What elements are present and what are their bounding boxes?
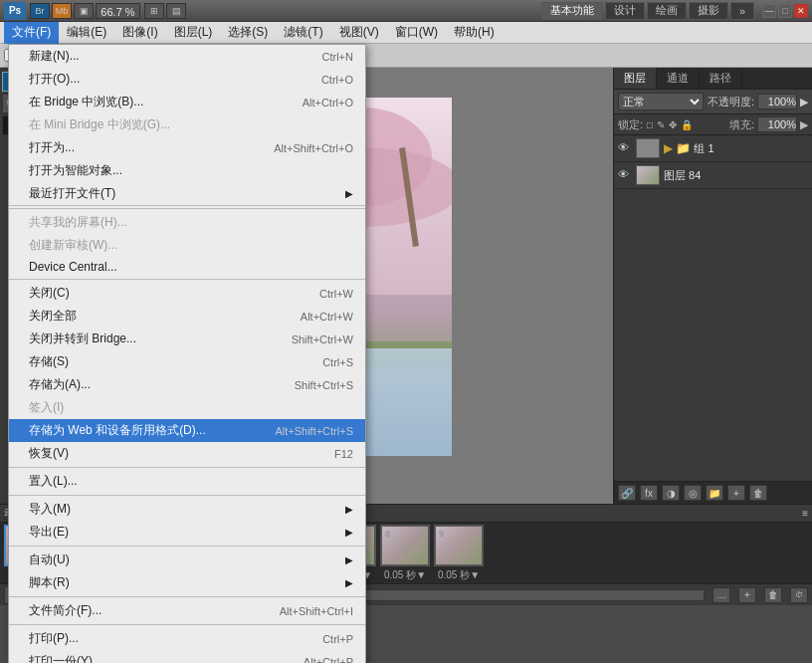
canvas-icon[interactable]: ▣ [74, 3, 94, 19]
menu-close[interactable]: 关闭(C) Ctrl+W [9, 282, 365, 305]
menu-open-shortcut: Ctrl+O [321, 74, 353, 86]
menu-view[interactable]: 视图(V) [331, 22, 387, 44]
layer-folder-group1: ▶ 📁 组 1 [664, 141, 714, 156]
menu-save-web-shortcut: Alt+Shift+Ctrl+S [275, 425, 353, 437]
group-button[interactable]: 📁 [706, 485, 723, 501]
mask-button[interactable]: ◑ [662, 485, 680, 501]
menu-browse-mini-label: 在 Mini Bridge 中浏览(G)... [29, 116, 170, 133]
menu-print-one[interactable]: 打印一份(Y) Alt+Ctrl+P [9, 650, 365, 663]
menu-image[interactable]: 图像(I) [114, 22, 165, 44]
layer-item-group1[interactable]: 👁 ▶ 📁 组 1 [614, 135, 812, 162]
menu-open-smart[interactable]: 打开为智能对象... [9, 159, 365, 182]
menu-select[interactable]: 选择(S) [220, 22, 276, 44]
frame-duration-8[interactable]: 0.05 秒▼ [384, 568, 426, 582]
menu-window[interactable]: 窗口(W) [387, 22, 446, 44]
menu-bar: 文件(F) 编辑(E) 图像(I) 图层(L) 选择(S) 滤镜(T) 视图(V… [0, 22, 812, 44]
opacity-control: 不透明度: ▶ [708, 94, 808, 110]
menu-edit[interactable]: 编辑(E) [59, 22, 114, 44]
menu-share-screen: 共享我的屏幕(H)... [9, 211, 365, 234]
menu-open-as[interactable]: 打开为... Alt+Shift+Ctrl+O [9, 136, 365, 159]
close-button[interactable]: ✕ [794, 4, 808, 18]
opacity-label: 不透明度: [708, 95, 754, 110]
menu-recent-arrow: ▶ [345, 188, 353, 199]
menu-save[interactable]: 存储(S) Ctrl+S [9, 350, 365, 373]
menu-save-web[interactable]: 存储为 Web 和设备所用格式(D)... Alt+Shift+Ctrl+S [9, 419, 365, 442]
tween-button[interactable]: … [712, 587, 730, 603]
menu-open-label: 打开(O)... [29, 71, 80, 88]
menu-browse-bridge[interactable]: 在 Bridge 中浏览(B)... Alt+Ctrl+O [9, 91, 365, 113]
menu-place[interactable]: 置入(L)... [9, 470, 365, 493]
menu-export[interactable]: 导出(E) ▶ [9, 521, 365, 544]
adjustment-button[interactable]: ◎ [684, 485, 702, 501]
menu-layer[interactable]: 图层(L) [166, 22, 221, 44]
layer-spacer [614, 189, 812, 481]
fill-arrow[interactable]: ▶ [800, 118, 808, 131]
menu-device-central[interactable]: Device Central... [9, 257, 365, 277]
workspace-paint[interactable]: 绘画 [647, 2, 687, 20]
menu-filter[interactable]: 滤镜(T) [276, 22, 330, 44]
workspace-photo[interactable]: 摄影 [689, 2, 728, 20]
opacity-input[interactable] [757, 94, 797, 110]
layer-blend-row: 正常 不透明度: ▶ [614, 90, 812, 114]
workspace-basic[interactable]: 基本功能 [541, 2, 603, 20]
sep-2 [9, 279, 365, 280]
menu-revert[interactable]: 恢复(V) F12 [9, 442, 365, 465]
new-layer-button[interactable]: + [727, 485, 745, 501]
workspace-design[interactable]: 设计 [605, 2, 645, 20]
menu-browse-bridge-shortcut: Alt+Ctrl+O [303, 97, 353, 109]
frame-thumb-8: 8 [380, 525, 430, 566]
menu-import[interactable]: 导入(M) ▶ [9, 498, 365, 521]
screen-icon[interactable]: ▤ [166, 3, 186, 19]
bridge-icon[interactable]: Br [30, 3, 50, 19]
menu-file-info[interactable]: 文件简介(F)... Alt+Shift+Ctrl+I [9, 599, 365, 622]
frame-8[interactable]: 8 0.05 秒▼ [380, 525, 430, 582]
menu-scripts[interactable]: 脚本(R) ▶ [9, 571, 365, 594]
link-layers-button[interactable]: 🔗 [618, 485, 636, 501]
menu-print[interactable]: 打印(P)... Ctrl+P [9, 627, 365, 650]
menu-new[interactable]: 新建(N)... Ctrl+N [9, 45, 365, 68]
layer-eye-84[interactable]: 👁 [618, 168, 632, 182]
layer-eye-group1[interactable]: 👁 [618, 141, 632, 155]
panels: 图层 通道 路径 正常 不透明度: ▶ 锁定: □ ✎ ✥ 🔒 填充: [613, 68, 812, 504]
fill-input[interactable] [757, 116, 797, 132]
menu-close-bridge[interactable]: 关闭并转到 Bridge... Shift+Ctrl+W [9, 328, 365, 350]
lock-position-icon[interactable]: □ [647, 119, 653, 130]
layer-item-84[interactable]: 👁 图层 84 [614, 162, 812, 189]
maximize-button[interactable]: □ [778, 4, 792, 18]
workspace-more[interactable]: » [730, 2, 754, 20]
blend-mode-select[interactable]: 正常 [618, 93, 704, 110]
frame-9[interactable]: 9 0.05 秒▼ [434, 525, 484, 582]
fx-button[interactable]: fx [640, 485, 658, 501]
new-frame-button[interactable]: + [738, 587, 756, 603]
lock-move-icon[interactable]: ✥ [669, 119, 677, 130]
sep-4 [9, 495, 365, 496]
opacity-arrow[interactable]: ▶ [800, 96, 808, 109]
lock-pixel-icon[interactable]: ✎ [657, 119, 665, 130]
menu-browse-bridge-label: 在 Bridge 中浏览(B)... [29, 94, 143, 110]
layer-name-84: 图层 84 [664, 168, 808, 183]
menu-help[interactable]: 帮助(H) [446, 22, 503, 44]
lock-all-icon[interactable]: 🔒 [681, 119, 693, 130]
menu-open-smart-label: 打开为智能对象... [29, 162, 122, 179]
convert-timeline-button[interactable]: ⏱ [790, 587, 808, 603]
view-icon[interactable]: ⊞ [144, 3, 164, 19]
delete-layer-button[interactable]: 🗑 [749, 485, 767, 501]
menu-open-as-label: 打开为... [29, 139, 75, 156]
menu-new-shortcut: Ctrl+N [322, 51, 353, 63]
menu-recent[interactable]: 最近打开文件(T) ▶ [9, 182, 365, 205]
minimize-button[interactable]: — [762, 4, 776, 18]
tab-layers[interactable]: 图层 [614, 68, 657, 89]
timeline-options-icon[interactable]: ≡ [802, 508, 808, 519]
tab-channels[interactable]: 通道 [657, 68, 700, 89]
tab-paths[interactable]: 路径 [700, 68, 742, 89]
menu-checkin: 签入(I) [9, 396, 365, 419]
delete-frame-button[interactable]: 🗑 [764, 587, 782, 603]
menu-recent-label: 最近打开文件(T) [29, 185, 115, 202]
menu-close-all[interactable]: 关闭全部 Alt+Ctrl+W [9, 305, 365, 328]
menu-automate[interactable]: 自动(U) ▶ [9, 549, 365, 571]
menu-open[interactable]: 打开(O)... Ctrl+O [9, 68, 365, 91]
menu-file[interactable]: 文件(F) [4, 22, 59, 44]
menu-save-as[interactable]: 存储为(A)... Shift+Ctrl+S [9, 373, 365, 396]
frame-duration-9[interactable]: 0.05 秒▼ [438, 568, 480, 582]
mb-icon[interactable]: Mb [52, 3, 72, 19]
